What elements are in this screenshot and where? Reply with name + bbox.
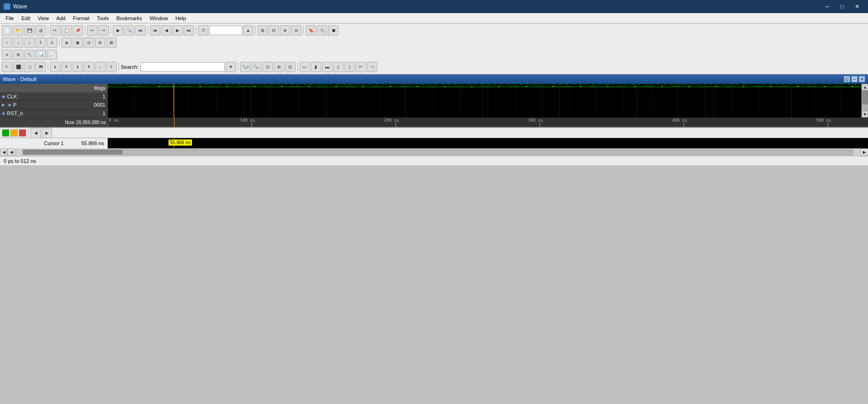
menu-view[interactable]: View bbox=[34, 13, 53, 23]
close-button[interactable]: ✕ bbox=[850, 2, 864, 11]
tb-next[interactable]: ▶ bbox=[172, 25, 183, 36]
vscrollbar[interactable]: ▲ ▼ bbox=[861, 84, 868, 118]
tb-new[interactable]: 📄 bbox=[2, 25, 12, 36]
tb-find[interactable]: 🔍 bbox=[124, 25, 134, 36]
tb-zoom-range[interactable]: ⊞ bbox=[274, 62, 284, 72]
tb-cut[interactable]: ✂ bbox=[50, 25, 60, 36]
tb-r7[interactable]: ◉ bbox=[73, 37, 83, 48]
tb-c4[interactable]: ⬒ bbox=[36, 62, 46, 72]
tb-c9[interactable]: ↕ bbox=[95, 62, 105, 72]
tb-prev[interactable]: ◀ bbox=[161, 25, 171, 36]
indicator-red[interactable] bbox=[19, 129, 26, 137]
menu-help[interactable]: Help bbox=[172, 13, 190, 23]
cursor-marker-area[interactable]: 55.866 ns bbox=[108, 138, 868, 148]
vscroll-thumb[interactable] bbox=[862, 90, 868, 104]
tb-zoom-full[interactable]: ⊟ bbox=[269, 25, 279, 36]
tb-r1[interactable]: ↑ bbox=[2, 37, 12, 48]
menu-bookmarks[interactable]: Bookmarks bbox=[112, 13, 146, 23]
bt-prev[interactable]: ◀ bbox=[30, 128, 41, 138]
tb-wave6[interactable]: ⊢ bbox=[356, 62, 366, 72]
tb-c5[interactable]: ↡ bbox=[50, 62, 60, 72]
search-input[interactable] bbox=[140, 62, 225, 72]
tb-run[interactable]: ▶ bbox=[113, 25, 123, 36]
menu-format[interactable]: Format bbox=[69, 13, 93, 23]
tb-findnext[interactable]: ⏭ bbox=[135, 25, 146, 36]
signal-row-rstn[interactable]: ◆ RST_n 1 bbox=[0, 109, 107, 118]
subwin-restore[interactable]: ◱ bbox=[844, 76, 850, 82]
tb-bookmark[interactable]: 🔖 bbox=[306, 25, 316, 36]
timeline-ruler[interactable]: 0 ns 100 ns 200 ns 300 ns 400 ns 500 ns bbox=[108, 118, 868, 127]
tb-zoom-out2[interactable]: 🔍- bbox=[251, 62, 262, 72]
menu-edit[interactable]: Edit bbox=[18, 13, 34, 23]
tb-r10[interactable]: ⊠ bbox=[106, 37, 117, 48]
tb-redo[interactable]: ↪ bbox=[98, 25, 109, 36]
tb-zoom-in[interactable]: ⊕ bbox=[280, 25, 290, 36]
tb-c10[interactable]: ⇳ bbox=[106, 62, 117, 72]
zoom-value-input[interactable]: 100 ns bbox=[209, 26, 242, 35]
menu-window[interactable]: Window bbox=[146, 13, 172, 23]
tb-paste[interactable]: 📌 bbox=[73, 25, 83, 36]
tb-s5[interactable]: 📈 bbox=[47, 50, 57, 60]
tb-c8[interactable]: ↟ bbox=[84, 62, 94, 72]
tb-r4[interactable]: ⇑ bbox=[36, 37, 46, 48]
tb-r6[interactable]: ◈ bbox=[61, 37, 72, 48]
tb-zoom-out[interactable]: ⊖ bbox=[291, 25, 302, 36]
tb-zoom-full2[interactable]: ⊡ bbox=[263, 62, 273, 72]
tb-stop[interactable]: ⏹ bbox=[328, 25, 338, 36]
vscroll-up[interactable]: ▲ bbox=[862, 84, 868, 90]
tb-r3[interactable]: ↕ bbox=[24, 37, 35, 48]
indicator-green1[interactable] bbox=[2, 129, 9, 137]
menu-tools[interactable]: Tools bbox=[93, 13, 113, 23]
tb-print[interactable]: 🖨 bbox=[36, 25, 46, 36]
tb-zoom-cur[interactable]: ⊟ bbox=[285, 62, 295, 72]
tb-end[interactable]: ⏭ bbox=[184, 25, 194, 36]
p-expand[interactable]: ▶ bbox=[2, 103, 5, 107]
tb-r9[interactable]: ⊛ bbox=[95, 37, 105, 48]
tb-wave5[interactable]: | bbox=[345, 62, 355, 72]
bt-next[interactable]: ▶ bbox=[42, 128, 52, 138]
vscroll-down[interactable]: ▼ bbox=[862, 111, 868, 118]
vscroll-track[interactable] bbox=[862, 90, 868, 111]
hscroll-track[interactable] bbox=[22, 149, 853, 155]
signal-row-clk[interactable]: ◆ CLK 1 bbox=[0, 92, 107, 101]
tb-save[interactable]: 💾 bbox=[24, 25, 35, 36]
hscroll-left[interactable]: ◀ bbox=[0, 148, 7, 156]
tb-wave1[interactable]: ▭ bbox=[300, 62, 310, 72]
hscroll-thumb[interactable] bbox=[23, 150, 123, 154]
tb-open[interactable]: 📂 bbox=[13, 25, 23, 36]
menu-add[interactable]: Add bbox=[52, 13, 69, 23]
maximize-button[interactable]: □ bbox=[835, 2, 849, 11]
tb-r2[interactable]: ↓ bbox=[13, 37, 23, 48]
tb-zoom-up[interactable]: ▲ bbox=[243, 25, 253, 36]
subwin-close[interactable]: ✕ bbox=[859, 76, 865, 82]
tb-c7[interactable]: ↡ bbox=[73, 62, 83, 72]
tb-wave3[interactable]: ▬ bbox=[322, 62, 332, 72]
subwin-minimize[interactable]: ─ bbox=[851, 76, 858, 82]
tb-wave7[interactable]: ⊣ bbox=[367, 62, 377, 72]
tb-wave4[interactable]: ▯ bbox=[333, 62, 344, 72]
tb-undo[interactable]: ↩ bbox=[87, 25, 97, 36]
waveform-area[interactable]: 0000 0001 0010 0011 0100 0101 0110 0111 … bbox=[108, 84, 861, 118]
tb-bookmark2[interactable]: 📎 bbox=[317, 25, 327, 36]
tb-cursor-select[interactable]: ↖ bbox=[2, 62, 12, 72]
tb-c2[interactable]: ⬛ bbox=[13, 62, 23, 72]
signal-row-p[interactable]: ▶ ◆ P 0001 bbox=[0, 101, 107, 109]
tb-copy[interactable]: 📋 bbox=[61, 25, 72, 36]
minimize-button[interactable]: ─ bbox=[820, 2, 834, 11]
tb-r5[interactable]: ⇓ bbox=[47, 37, 57, 48]
hscroll-end[interactable]: ▶ bbox=[861, 148, 868, 156]
tb-zoom-fit[interactable]: ⊞ bbox=[257, 25, 268, 36]
tb-r8[interactable]: ◎ bbox=[84, 37, 94, 48]
hscroll-right[interactable]: ◀ bbox=[7, 148, 15, 156]
tb-s4[interactable]: 📊 bbox=[36, 50, 46, 60]
menu-file[interactable]: File bbox=[2, 13, 18, 23]
tb-s1[interactable]: ≡ bbox=[2, 50, 12, 60]
tb-zoom-in2[interactable]: 🔍+ bbox=[240, 62, 250, 72]
tb-time[interactable]: ⏱ bbox=[198, 25, 208, 36]
tb-wave2[interactable]: ▮ bbox=[311, 62, 321, 72]
hscrollbar[interactable]: ◀ ◀ ▶ bbox=[0, 148, 868, 156]
indicator-yellow[interactable] bbox=[10, 129, 18, 137]
tb-c6[interactable]: ↟ bbox=[61, 62, 72, 72]
tb-start[interactable]: ⏮ bbox=[150, 25, 160, 36]
tb-s3[interactable]: 🔧 bbox=[24, 50, 35, 60]
